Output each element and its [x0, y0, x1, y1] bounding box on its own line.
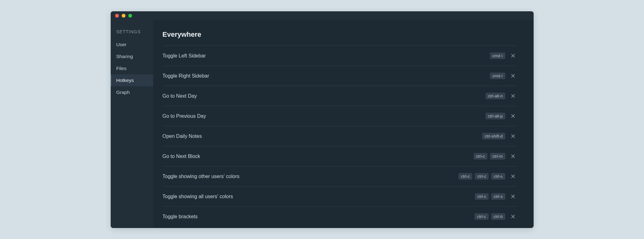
sidebar-heading: SETTINGS [111, 29, 153, 39]
sidebar-item-sharing[interactable]: Sharing [111, 51, 153, 62]
hotkey-key-badge: ctrl-c [475, 213, 488, 220]
sidebar-item-user[interactable]: User [111, 39, 153, 51]
clear-hotkey-button[interactable] [510, 93, 517, 100]
hotkey-right: cmd-\ [490, 52, 517, 59]
hotkey-row: Go to Next Blockctrl-cctrl-m [163, 146, 517, 166]
hotkey-key-badge: ctrl-b [491, 213, 505, 220]
hotkey-label: Go to Previous Day [163, 113, 206, 119]
clear-hotkey-button[interactable] [510, 52, 517, 59]
hotkey-row: Toggle showing all users' colorsctrl-cct… [163, 186, 517, 206]
clear-hotkey-button[interactable] [510, 213, 517, 220]
window-close-button[interactable] [115, 14, 119, 18]
clear-hotkey-button[interactable] [510, 133, 517, 140]
clear-hotkey-button[interactable] [510, 73, 517, 79]
hotkey-label: Go to Next Block [163, 154, 200, 159]
hotkey-key-badge: cmd-\ [490, 52, 505, 59]
hotkey-keys[interactable]: ctrl-alt-n [486, 93, 505, 99]
hotkey-right: cmd-/ [490, 73, 517, 79]
hotkey-key-badge: ctrl-c [458, 173, 472, 180]
hotkey-key-badge: ctrl-alt-p [486, 113, 505, 119]
close-icon [511, 73, 515, 78]
hotkey-keys[interactable]: cmd-\ [490, 52, 505, 59]
hotkey-key-badge: ctrl-m [490, 153, 505, 160]
hotkey-label: Toggle Right Sidebar [163, 73, 209, 79]
hotkey-row: Toggle Right Sidebarcmd-/ [163, 66, 517, 86]
hotkey-row: Go to Next Dayctrl-alt-n [163, 86, 517, 106]
hotkey-key-badge: ctrl-s [491, 173, 505, 180]
hotkey-right: ctrl-alt-n [486, 93, 517, 100]
close-icon [511, 114, 515, 118]
hotkey-row: Toggle bracketsctrl-cctrl-b [163, 206, 517, 226]
hotkey-row: Toggle Left Sidebarcmd-\ [163, 46, 517, 66]
close-icon [511, 134, 515, 139]
hotkey-right: ctrl-cctrl-cctrl-s [458, 173, 517, 180]
hotkey-key-badge: ctrl-c [475, 173, 489, 180]
hotkey-keys[interactable]: ctrl-shift-d [482, 133, 505, 139]
settings-sidebar: SETTINGS UserSharingFilesHotkeysGraph [111, 20, 153, 228]
hotkey-keys[interactable]: cmd-/ [490, 73, 505, 79]
hotkey-keys[interactable]: ctrl-cctrl-b [475, 213, 505, 220]
hotkeys-scroll-area[interactable]: Everywhere Toggle Left Sidebarcmd-\Toggl… [163, 30, 520, 228]
close-icon [511, 94, 515, 98]
window-titlebar [111, 11, 534, 20]
hotkey-key-badge: ctrl-c [474, 153, 487, 160]
clear-hotkey-button[interactable] [510, 173, 517, 180]
sidebar-item-hotkeys[interactable]: Hotkeys [111, 74, 153, 86]
close-icon [511, 53, 515, 58]
clear-hotkey-button[interactable] [510, 113, 517, 120]
close-icon [511, 214, 515, 219]
sidebar-item-files[interactable]: Files [111, 62, 153, 74]
sidebar-item-graph[interactable]: Graph [111, 86, 153, 98]
close-icon [511, 194, 515, 199]
hotkey-keys[interactable]: ctrl-cctrl-cctrl-s [458, 173, 505, 180]
hotkey-right: ctrl-cctrl-s [475, 193, 516, 200]
settings-window: SETTINGS UserSharingFilesHotkeysGraph Ev… [111, 11, 534, 228]
hotkey-right: ctrl-cctrl-m [474, 153, 517, 160]
hotkey-row: Open Daily Notesctrl-shift-d [163, 126, 517, 146]
close-icon [511, 174, 515, 179]
hotkey-key-badge: ctrl-shift-d [482, 133, 505, 139]
clear-hotkey-button[interactable] [510, 193, 517, 200]
hotkey-keys[interactable]: ctrl-alt-p [486, 113, 505, 119]
window-minimize-button[interactable] [122, 14, 125, 18]
hotkey-label: Toggle showing other users' colors [163, 174, 240, 179]
settings-main: Everywhere Toggle Left Sidebarcmd-\Toggl… [153, 20, 534, 228]
hotkey-key-badge: cmd-/ [490, 73, 505, 79]
hotkey-right: ctrl-cctrl-b [475, 213, 516, 220]
clear-hotkey-button[interactable] [510, 153, 517, 160]
hotkey-key-badge: ctrl-c [475, 193, 489, 200]
section-heading: Everywhere [163, 30, 517, 39]
hotkey-label: Toggle brackets [163, 214, 198, 220]
hotkey-label: Open Daily Notes [163, 133, 202, 139]
hotkey-key-badge: ctrl-alt-n [486, 93, 505, 99]
hotkey-right: ctrl-alt-p [486, 113, 517, 120]
hotkey-row: Go to Previous Dayctrl-alt-p [163, 106, 517, 126]
window-maximize-button[interactable] [128, 14, 132, 18]
hotkey-key-badge: ctrl-s [491, 193, 505, 200]
hotkey-row: Toggle showing other users' colorsctrl-c… [163, 166, 517, 186]
hotkey-keys[interactable]: ctrl-cctrl-s [475, 193, 505, 200]
hotkey-label: Toggle showing all users' colors [163, 194, 233, 199]
hotkey-keys[interactable]: ctrl-cctrl-m [474, 153, 505, 160]
window-content: SETTINGS UserSharingFilesHotkeysGraph Ev… [111, 20, 534, 228]
close-icon [511, 154, 515, 159]
hotkey-right: ctrl-shift-d [482, 133, 516, 140]
hotkey-label: Toggle Left Sidebar [163, 53, 206, 59]
hotkey-label: Go to Next Day [163, 93, 197, 99]
